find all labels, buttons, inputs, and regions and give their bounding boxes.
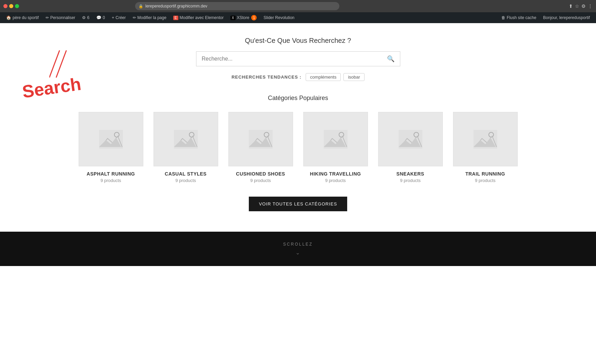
categories-grid: ASPHALT RUNNING 9 products CASUAL ST [0,112,596,183]
category-item-1[interactable]: CASUAL STYLES 9 products [152,112,220,183]
main-content: Search Qu'est-Ce Que Vous Recherchez ? 🔍… [0,23,596,329]
category-count-2: 9 products [227,178,295,183]
admin-bar-xstore[interactable]: X XStore 1 [227,12,260,23]
browser-dots [3,4,19,8]
category-count-5: 9 products [451,178,519,183]
category-name-5: TRAIL RUNNING [451,171,519,177]
search-button[interactable]: 🔍 [387,55,394,63]
close-dot[interactable] [3,4,7,8]
xstore-icon: X [230,16,236,20]
elementor-icon: E [173,16,178,20]
maximize-dot[interactable] [15,4,19,8]
search-icon: 🔍 [387,55,394,62]
placeholder-img-1 [174,130,198,149]
menu-icon[interactable]: ⋮ [588,3,593,9]
comment-icon: 💬 [96,15,101,20]
category-name-0: ASPHALT RUNNING [77,171,145,177]
search-question-heading: Qu'est-Ce Que Vous Recherchez ? [0,37,596,45]
trending-section: RECHERCHES TENDANCES : compléments isoba… [0,73,596,81]
admin-bar-site-name[interactable]: 🏠 père du sportif [3,12,42,23]
category-image-1 [154,112,218,166]
search-section: Qu'est-Ce Que Vous Recherchez ? 🔍 RECHER… [0,23,596,81]
admin-bar-edit-page[interactable]: ✏ Modifier la page [129,12,170,23]
admin-bar-right: 🗑 Flush site cache Bonjour, lereperedusp… [498,12,593,23]
category-count-4: 9 products [376,178,445,183]
browser-chrome: 🔒 lereperedusportif.graphicomm.dev ⬆ ☆ ⚙… [0,0,596,12]
category-image-0 [79,112,143,166]
placeholder-img-5 [473,130,497,149]
share-icon[interactable]: ⬆ [569,3,573,9]
search-bar-wrapper: 🔍 [196,51,400,66]
trending-label: RECHERCHES TENDANCES : [231,75,301,80]
category-image-3 [303,112,368,166]
categories-title: Catégories Populaires [0,95,596,102]
category-image-2 [228,112,293,166]
category-name-2: CUSHIONED SHOES [227,171,295,177]
admin-bar-slider[interactable]: Slider Revolution [260,12,298,23]
category-name-1: CASUAL STYLES [152,171,220,177]
pencil-icon: ✏ [46,15,49,20]
url-text: lereperedusportif.graphicomm.dev [145,4,207,9]
category-count-3: 9 products [302,178,370,183]
trash-icon: 🗑 [501,15,505,20]
placeholder-img-2 [249,130,273,149]
trending-tag-0[interactable]: compléments [306,73,341,81]
placeholder-img-3 [324,130,348,149]
trending-tags-container: compléments isobar [306,73,365,81]
category-name-3: HIKING TRAVELLING [302,171,370,177]
categories-section: Catégories Populaires ASPHALT RUNNING [0,95,596,211]
placeholder-mountain-svg-2 [249,130,273,149]
xstore-badge: 1 [251,15,257,20]
category-image-4 [378,112,443,166]
placeholder-mountain-svg-1 [174,130,198,149]
flush-cache-button[interactable]: 🗑 Flush site cache [498,12,540,23]
scroll-label: SCROLLEZ [0,242,596,247]
category-count-1: 9 products [152,178,220,183]
edit-icon: ✏ [133,15,136,20]
admin-bar-create[interactable]: + Créer [108,12,129,23]
admin-bar-customize[interactable]: ✏ Personnaliser [42,12,79,23]
category-image-5 [453,112,518,166]
category-count-0: 9 products [77,178,145,183]
address-bar[interactable]: 🔒 lereperedusportif.graphicomm.dev [135,2,339,10]
search-input[interactable] [202,56,387,62]
view-all-section: Voir Toutes Les Catégories [0,197,596,211]
category-item-4[interactable]: SNEAKERS 9 products [376,112,445,183]
scroll-arrow: ⌄ [0,249,596,256]
browser-actions: ⬆ ☆ ⚙ ⋮ [569,3,593,9]
placeholder-mountain-svg-0 [99,130,123,149]
placeholder-mountain-svg-5 [473,130,497,149]
admin-hello-text: Bonjour, lereperedusportif [540,15,593,20]
category-item-2[interactable]: CUSHIONED SHOES 9 products [227,112,295,183]
scroll-section: SCROLLEZ ⌄ [0,232,596,266]
placeholder-img-0 [99,130,123,149]
admin-bar-elementor[interactable]: E Modifier avec Elementor [170,12,227,23]
category-item-5[interactable]: TRAIL RUNNING 9 products [451,112,519,183]
placeholder-img-4 [399,130,422,149]
admin-bar-settings[interactable]: ⚙ 6 [79,12,93,23]
wp-icon: 🏠 [6,15,11,20]
lock-icon: 🔒 [139,4,143,9]
settings-icon: ⚙ [82,15,86,20]
placeholder-mountain-svg-4 [399,130,422,149]
plus-icon: + [112,15,114,20]
minimize-dot[interactable] [9,4,13,8]
trending-tag-1[interactable]: isobar [343,73,364,81]
admin-bar: 🏠 père du sportif ✏ Personnaliser ⚙ 6 💬 … [0,12,596,23]
bookmark-icon[interactable]: ☆ [575,3,579,9]
category-item-3[interactable]: HIKING TRAVELLING 9 products [302,112,370,183]
admin-bar-comments[interactable]: 💬 0 [93,12,109,23]
view-all-button[interactable]: Voir Toutes Les Catégories [249,197,348,211]
category-name-4: SNEAKERS [376,171,445,177]
category-item-0[interactable]: ASPHALT RUNNING 9 products [77,112,145,183]
placeholder-mountain-svg-3 [324,130,348,149]
extensions-icon[interactable]: ⚙ [581,3,586,9]
